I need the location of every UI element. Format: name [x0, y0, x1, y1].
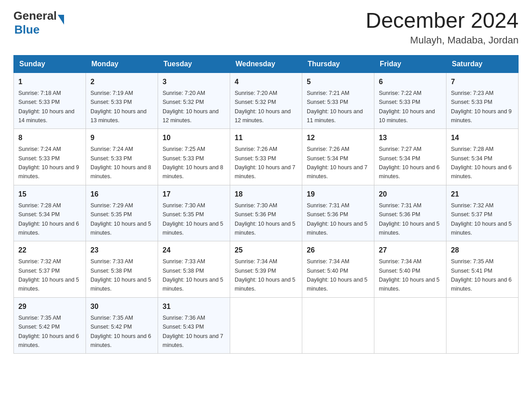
calendar-cell	[374, 297, 446, 354]
logo-triangle-icon	[58, 15, 64, 25]
day-number: 20	[379, 189, 442, 200]
header-thursday: Thursday	[302, 55, 374, 73]
day-number: 8	[18, 133, 81, 143]
day-number: 29	[18, 301, 81, 312]
day-number: 22	[18, 245, 81, 256]
calendar-cell: 3Sunrise: 7:20 AMSunset: 5:32 PMDaylight…	[158, 73, 230, 129]
month-title: December 2024	[365, 9, 519, 33]
calendar-table: SundayMondayTuesdayWednesdayThursdayFrid…	[13, 55, 519, 354]
day-info: Sunrise: 7:34 AMSunset: 5:39 PMDaylight:…	[235, 258, 296, 292]
calendar-cell: 16Sunrise: 7:29 AMSunset: 5:35 PMDayligh…	[86, 185, 158, 241]
day-info: Sunrise: 7:24 AMSunset: 5:33 PMDaylight:…	[18, 146, 79, 180]
calendar-cell: 22Sunrise: 7:32 AMSunset: 5:37 PMDayligh…	[14, 241, 86, 298]
day-number: 24	[163, 245, 225, 256]
day-number: 25	[235, 245, 297, 256]
day-number: 27	[379, 245, 442, 256]
calendar-cell: 20Sunrise: 7:31 AMSunset: 5:36 PMDayligh…	[374, 185, 446, 241]
calendar-cell: 26Sunrise: 7:34 AMSunset: 5:40 PMDayligh…	[302, 241, 374, 298]
calendar-cell: 25Sunrise: 7:34 AMSunset: 5:39 PMDayligh…	[230, 241, 302, 298]
day-info: Sunrise: 7:34 AMSunset: 5:40 PMDaylight:…	[307, 258, 368, 292]
day-number: 14	[451, 133, 514, 143]
day-info: Sunrise: 7:22 AMSunset: 5:33 PMDaylight:…	[379, 90, 435, 124]
calendar-week-5: 29Sunrise: 7:35 AMSunset: 5:42 PMDayligh…	[14, 297, 519, 354]
calendar-cell: 29Sunrise: 7:35 AMSunset: 5:42 PMDayligh…	[14, 297, 86, 354]
day-number: 23	[90, 245, 153, 256]
day-number: 1	[18, 77, 81, 87]
calendar-cell: 4Sunrise: 7:20 AMSunset: 5:32 PMDaylight…	[230, 73, 302, 129]
day-number: 7	[451, 77, 514, 87]
calendar-cell: 18Sunrise: 7:30 AMSunset: 5:36 PMDayligh…	[230, 185, 302, 241]
location-title: Mulayh, Madaba, Jordan	[365, 34, 519, 46]
calendar-cell: 27Sunrise: 7:34 AMSunset: 5:40 PMDayligh…	[374, 241, 446, 298]
day-info: Sunrise: 7:27 AMSunset: 5:34 PMDaylight:…	[379, 146, 440, 180]
day-number: 10	[163, 133, 225, 143]
calendar-cell: 28Sunrise: 7:35 AMSunset: 5:41 PMDayligh…	[446, 241, 519, 298]
day-number: 18	[235, 189, 297, 200]
day-info: Sunrise: 7:26 AMSunset: 5:34 PMDaylight:…	[307, 146, 368, 180]
day-info: Sunrise: 7:18 AMSunset: 5:33 PMDaylight:…	[18, 90, 74, 124]
day-number: 26	[307, 245, 369, 256]
calendar-cell: 2Sunrise: 7:19 AMSunset: 5:33 PMDaylight…	[86, 73, 158, 129]
day-info: Sunrise: 7:33 AMSunset: 5:38 PMDaylight:…	[90, 258, 151, 292]
calendar-cell: 6Sunrise: 7:22 AMSunset: 5:33 PMDaylight…	[374, 73, 446, 129]
day-info: Sunrise: 7:19 AMSunset: 5:33 PMDaylight:…	[90, 90, 146, 124]
calendar-week-4: 22Sunrise: 7:32 AMSunset: 5:37 PMDayligh…	[14, 241, 519, 298]
day-info: Sunrise: 7:23 AMSunset: 5:33 PMDaylight:…	[451, 90, 512, 124]
calendar-week-2: 8Sunrise: 7:24 AMSunset: 5:33 PMDaylight…	[14, 129, 519, 185]
logo-blue-text: Blue	[14, 23, 39, 37]
calendar-cell: 24Sunrise: 7:33 AMSunset: 5:38 PMDayligh…	[158, 241, 230, 298]
calendar-cell: 30Sunrise: 7:35 AMSunset: 5:42 PMDayligh…	[86, 297, 158, 354]
calendar-cell: 10Sunrise: 7:25 AMSunset: 5:33 PMDayligh…	[158, 129, 230, 185]
calendar-cell: 8Sunrise: 7:24 AMSunset: 5:33 PMDaylight…	[14, 129, 86, 185]
day-info: Sunrise: 7:31 AMSunset: 5:36 PMDaylight:…	[379, 202, 440, 236]
day-info: Sunrise: 7:35 AMSunset: 5:41 PMDaylight:…	[451, 258, 512, 292]
day-info: Sunrise: 7:21 AMSunset: 5:33 PMDaylight:…	[307, 90, 363, 124]
day-info: Sunrise: 7:31 AMSunset: 5:36 PMDaylight:…	[307, 202, 368, 236]
header-friday: Friday	[374, 55, 446, 73]
calendar-cell	[446, 297, 519, 354]
calendar-week-1: 1Sunrise: 7:18 AMSunset: 5:33 PMDaylight…	[14, 73, 519, 129]
day-number: 30	[90, 301, 153, 312]
day-info: Sunrise: 7:34 AMSunset: 5:40 PMDaylight:…	[379, 258, 440, 292]
calendar-cell: 14Sunrise: 7:28 AMSunset: 5:34 PMDayligh…	[446, 129, 519, 185]
day-info: Sunrise: 7:35 AMSunset: 5:42 PMDaylight:…	[18, 315, 79, 348]
day-number: 12	[307, 133, 369, 143]
logo-general-text: General	[13, 9, 57, 23]
calendar-cell: 1Sunrise: 7:18 AMSunset: 5:33 PMDaylight…	[14, 73, 86, 129]
day-info: Sunrise: 7:32 AMSunset: 5:37 PMDaylight:…	[18, 258, 79, 292]
title-block: December 2024 Mulayh, Madaba, Jordan	[365, 9, 519, 46]
day-info: Sunrise: 7:32 AMSunset: 5:37 PMDaylight:…	[451, 202, 512, 236]
day-number: 6	[379, 77, 442, 87]
day-info: Sunrise: 7:35 AMSunset: 5:42 PMDaylight:…	[90, 315, 151, 348]
logo: General Blue	[13, 9, 64, 37]
day-info: Sunrise: 7:30 AMSunset: 5:35 PMDaylight:…	[163, 202, 223, 236]
day-number: 9	[90, 133, 153, 143]
day-number: 13	[379, 133, 442, 143]
header-tuesday: Tuesday	[158, 55, 230, 73]
header-sunday: Sunday	[14, 55, 86, 73]
day-number: 31	[163, 301, 225, 312]
day-number: 11	[235, 133, 297, 143]
day-number: 28	[451, 245, 514, 256]
day-info: Sunrise: 7:28 AMSunset: 5:34 PMDaylight:…	[18, 202, 79, 236]
day-info: Sunrise: 7:30 AMSunset: 5:36 PMDaylight:…	[235, 202, 296, 236]
header-wednesday: Wednesday	[230, 55, 302, 73]
day-info: Sunrise: 7:20 AMSunset: 5:32 PMDaylight:…	[163, 90, 219, 124]
day-info: Sunrise: 7:28 AMSunset: 5:34 PMDaylight:…	[451, 146, 512, 180]
calendar-cell: 17Sunrise: 7:30 AMSunset: 5:35 PMDayligh…	[158, 185, 230, 241]
calendar-week-3: 15Sunrise: 7:28 AMSunset: 5:34 PMDayligh…	[14, 185, 519, 241]
calendar-cell: 21Sunrise: 7:32 AMSunset: 5:37 PMDayligh…	[446, 185, 519, 241]
calendar-cell: 13Sunrise: 7:27 AMSunset: 5:34 PMDayligh…	[374, 129, 446, 185]
day-info: Sunrise: 7:20 AMSunset: 5:32 PMDaylight:…	[235, 90, 291, 124]
day-number: 2	[90, 77, 153, 87]
calendar-cell: 5Sunrise: 7:21 AMSunset: 5:33 PMDaylight…	[302, 73, 374, 129]
day-number: 19	[307, 189, 369, 200]
calendar-cell: 12Sunrise: 7:26 AMSunset: 5:34 PMDayligh…	[302, 129, 374, 185]
day-number: 17	[163, 189, 225, 200]
calendar-cell: 15Sunrise: 7:28 AMSunset: 5:34 PMDayligh…	[14, 185, 86, 241]
day-number: 5	[307, 77, 369, 87]
day-info: Sunrise: 7:36 AMSunset: 5:43 PMDaylight:…	[163, 315, 223, 348]
calendar-cell	[230, 297, 302, 354]
header-saturday: Saturday	[446, 55, 519, 73]
day-number: 15	[18, 189, 81, 200]
